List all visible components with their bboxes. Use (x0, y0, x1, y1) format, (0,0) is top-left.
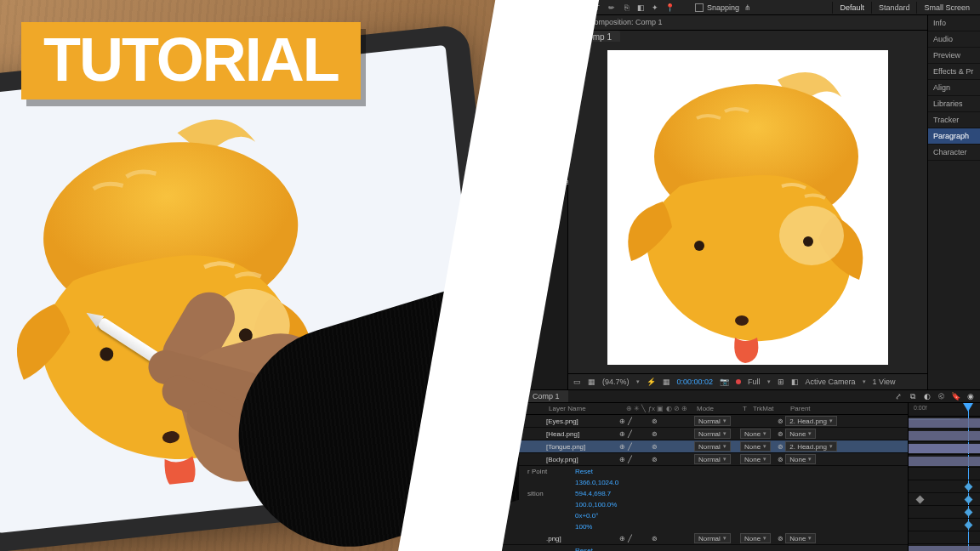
workspace-switcher: Default Standard Small Screen (832, 2, 977, 14)
timeline-layers: Layer Name ⊕ ✳ ╲ ƒx ▣ ◐ ⊘ ⊕ Mode T TrkMa… (502, 403, 909, 551)
brush-tool-icon[interactable]: ✏ (607, 3, 617, 13)
timecode-readout[interactable]: 0:00:00:02 (677, 378, 714, 386)
panel-info[interactable]: Info (928, 15, 980, 31)
snap-opt-icon[interactable]: ⋔ (743, 3, 753, 13)
col-layer[interactable]: Layer Name (546, 405, 619, 412)
quality-dropdown[interactable]: Full (748, 378, 761, 386)
transform-property[interactable]: r PointReset (502, 466, 908, 477)
panel-character[interactable]: Character (928, 145, 980, 161)
transform-property[interactable]: 100.0,100.0% (502, 499, 908, 510)
motion-blur-icon[interactable]: ◐ (922, 392, 932, 401)
workspace-small-screen[interactable]: Small Screen (916, 2, 977, 14)
mode-dropdown[interactable]: Normal▾ (694, 454, 731, 464)
snapping-label: Snapping (707, 3, 739, 12)
transform-property[interactable]: 0x+0.0° (502, 510, 908, 521)
roto-tool-icon[interactable]: ✦ (650, 3, 660, 13)
workspace-standard[interactable]: Standard (871, 2, 917, 14)
tutorial-badge: TUTORIAL (21, 22, 361, 99)
panel-libraries[interactable]: Libraries (928, 96, 980, 112)
snapping-area[interactable]: Snapping ⋔ (695, 3, 753, 13)
tutorial-text: TUTORIAL (43, 26, 339, 94)
parent-dropdown[interactable]: None▾ (785, 429, 816, 439)
snapping-checkbox-icon[interactable] (695, 3, 704, 12)
views-dropdown[interactable]: 1 View (873, 378, 896, 386)
panel-paragraph[interactable]: Paragraph (928, 128, 980, 145)
canvas-viewport[interactable] (568, 42, 927, 373)
mask-icon[interactable]: ◧ (791, 378, 799, 386)
transform-property[interactable]: 100% (502, 521, 908, 532)
tag-icon[interactable]: 🔖 (951, 392, 960, 401)
graph-editor-icon[interactable]: ⧀ (937, 392, 946, 401)
layer-row[interactable]: [Eyes.png]⊕╱⊚Normal▾⊚ 2. Head.png▾ (502, 415, 908, 428)
resolution-icon[interactable]: ▦ (588, 378, 595, 386)
comp-tabs: ≡ Composition: Comp 1 (568, 15, 927, 31)
timeline-switches-right: ⤤ ⧉ ◐ ⧀ 🔖 ◉ (893, 392, 975, 401)
transform-property[interactable]: sition594.4,698.7 (502, 488, 908, 499)
guides-icon[interactable]: ⊞ (778, 378, 784, 386)
timeline-tab-button[interactable]: Comp 1 (524, 390, 568, 402)
zoom-readout[interactable]: (94.7%) (602, 378, 630, 386)
svg-point-6 (779, 206, 844, 265)
transform-property[interactable]: 1366.0,1024.0 (502, 477, 908, 488)
trkmat-dropdown[interactable]: None▾ (740, 533, 771, 543)
trkmat-dropdown[interactable]: None▾ (740, 441, 771, 452)
timeline-tracks[interactable]: 0:00f 04f (909, 403, 980, 551)
region-icon[interactable] (736, 379, 741, 384)
timeline-panel: ≡ Comp 1 ⤤ ⧉ ◐ ⧀ 🔖 ◉ Layer Name ⊕ ✳ ╲ ƒx… (502, 389, 980, 551)
col-t[interactable]: T (740, 405, 750, 412)
mode-dropdown[interactable]: Normal▾ (694, 441, 731, 452)
shy-icon[interactable]: ⤤ (893, 392, 903, 401)
mode-dropdown[interactable]: Normal▾ (694, 533, 731, 543)
workspace-default[interactable]: Default (832, 2, 871, 14)
panel-align[interactable]: Align (928, 80, 980, 96)
layer-row[interactable]: [Head.png]⊕╱⊚Normal▾None▾⊚ None▾ (502, 428, 908, 440)
dog-illustration-right (607, 50, 888, 365)
stamp-tool-icon[interactable]: ⎘ (621, 3, 631, 13)
parent-dropdown[interactable]: None▾ (785, 454, 816, 464)
composition-panel: ≡ Composition: Comp 1 Comp 1 (568, 15, 927, 389)
eraser-tool-icon[interactable]: ◧ (635, 3, 646, 13)
col-mode[interactable]: Mode (694, 405, 740, 412)
svg-point-7 (694, 241, 704, 251)
view-options-bar: ▭ ▦ (94.7%)▾ ⚡ ▦ 0:00:00:02 📷 Full▾ ⊞ ◧ … (568, 373, 927, 389)
render-icon[interactable]: ◉ (966, 392, 975, 401)
panel-tracker[interactable]: Tracker (928, 112, 980, 128)
panel-audio[interactable]: Audio (928, 31, 980, 48)
magnification-icon[interactable]: ▭ (573, 378, 581, 386)
panel-preview[interactable]: Preview (928, 48, 980, 64)
panel-effects-pr[interactable]: Effects & Pr (928, 64, 980, 80)
layer-row[interactable]: [Body.png]⊕╱⊚Normal▾None▾⊚ None▾ (502, 453, 908, 466)
trkmat-dropdown[interactable]: None▾ (740, 429, 771, 439)
right-panel-stack: InfoAudioPreviewEffects & PrAlignLibrari… (927, 15, 980, 389)
col-trkmat[interactable]: TrkMat (750, 405, 788, 412)
col-parent[interactable]: Parent (788, 405, 864, 412)
parent-dropdown[interactable]: None▾ (785, 533, 816, 543)
transform-property[interactable]: Reset (502, 545, 908, 551)
fast-preview-icon[interactable]: ⚡ (647, 378, 656, 386)
mode-dropdown[interactable]: Normal▾ (694, 429, 731, 439)
layer-name[interactable]: .png] (546, 535, 619, 542)
frame-blend-icon[interactable]: ⧉ (908, 392, 917, 401)
layer-row[interactable]: .png] ⊕╱⊚ Normal▾ None▾ ⊚ None▾ (502, 532, 908, 545)
parent-dropdown[interactable]: 2. Head.png▾ (785, 416, 837, 426)
parent-dropdown[interactable]: 2. Head.png▾ (785, 441, 837, 452)
camera-dropdown[interactable]: Active Camera (806, 378, 856, 386)
comp-label: Composition: Comp 1 (589, 18, 663, 26)
ruler-mark: 0:00f (914, 405, 927, 411)
trkmat-dropdown[interactable]: None▾ (740, 454, 771, 464)
canvas (607, 50, 888, 365)
svg-point-9 (735, 315, 749, 326)
transparency-grid-icon[interactable]: ▦ (663, 378, 670, 386)
svg-point-8 (803, 236, 813, 247)
puppet-tool-icon[interactable]: 📍 (664, 3, 675, 13)
timeline-tabs: ≡ Comp 1 ⤤ ⧉ ◐ ⧀ 🔖 ◉ (502, 390, 980, 403)
snapshot-icon[interactable]: 📷 (720, 378, 729, 386)
mode-dropdown[interactable]: Normal▾ (694, 416, 731, 426)
layer-row[interactable]: [Tongue.png]⊕╱⊚Normal▾None▾⊚ 2. Head.png… (502, 440, 908, 453)
layer-header: Layer Name ⊕ ✳ ╲ ƒx ▣ ◐ ⊘ ⊕ Mode T TrkMa… (502, 403, 908, 415)
